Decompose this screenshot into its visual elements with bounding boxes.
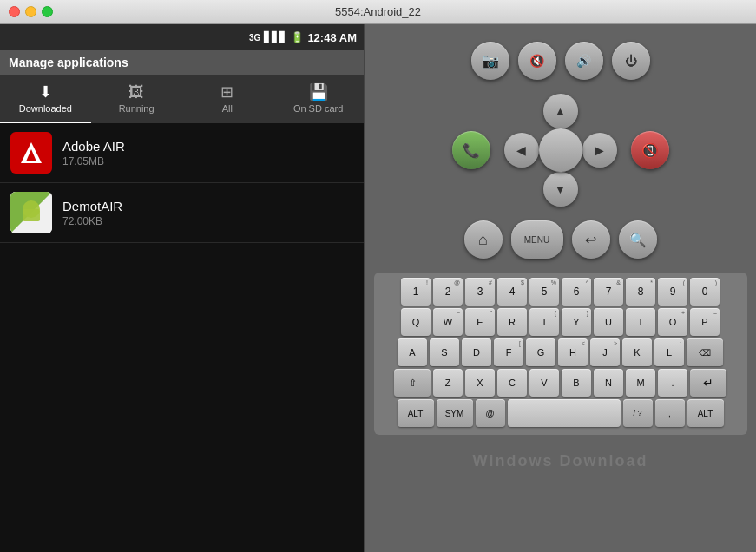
- dpad-down-button[interactable]: ▼: [543, 172, 578, 207]
- key-o[interactable]: +O: [658, 308, 687, 336]
- key-h[interactable]: <H: [558, 338, 588, 366]
- app-info: Adobe AIR 17.05MB: [62, 139, 125, 168]
- key-5[interactable]: %5: [529, 278, 559, 306]
- key-enter[interactable]: ↵: [690, 369, 726, 397]
- key-k[interactable]: K: [622, 338, 652, 366]
- key-y[interactable]: }Y: [562, 308, 591, 336]
- window-controls: [9, 6, 53, 17]
- tab-downloaded[interactable]: ⬇ Downloaded: [0, 75, 91, 123]
- status-icons: 3G ▋▋▋ 🔋 12:48 AM: [249, 31, 357, 44]
- app-size: 72.00KB: [62, 215, 122, 227]
- key-x[interactable]: X: [465, 369, 495, 397]
- keyboard-row-asdf: A S D [F G <H >J K :L ⌫: [379, 338, 742, 366]
- key-i[interactable]: I: [626, 308, 655, 336]
- key-j[interactable]: >J: [590, 338, 620, 366]
- call-answer-button[interactable]: 📞: [452, 131, 490, 169]
- title-bar: 5554:Android_22: [0, 0, 756, 24]
- tab-sdcard[interactable]: 💾 On SD card: [273, 75, 364, 123]
- key-shift[interactable]: ⇧: [394, 369, 431, 397]
- key-6[interactable]: ^6: [562, 278, 591, 306]
- volume-mute-icon: 🔇: [529, 54, 544, 68]
- key-alt-left[interactable]: ALT: [398, 399, 434, 427]
- key-7[interactable]: &7: [594, 278, 623, 306]
- key-0[interactable]: )0: [690, 278, 720, 306]
- key-s[interactable]: S: [430, 338, 459, 366]
- key-a[interactable]: A: [398, 338, 427, 366]
- key-z[interactable]: Z: [433, 369, 463, 397]
- power-icon: ⏻: [625, 54, 637, 68]
- key-sym[interactable]: SYM: [437, 399, 473, 427]
- android-screen: 3G ▋▋▋ 🔋 12:48 AM Manage applications ⬇ …: [0, 24, 365, 552]
- key-w[interactable]: ~W: [433, 308, 463, 336]
- search-button[interactable]: 🔍: [619, 220, 657, 259]
- key-3[interactable]: #3: [465, 278, 495, 306]
- close-button[interactable]: [9, 6, 20, 17]
- android-appbar: Manage applications: [0, 50, 364, 75]
- back-button[interactable]: ↩: [572, 220, 610, 259]
- signal-bars-icon: ▋▋▋: [264, 31, 287, 43]
- key-9[interactable]: (9: [658, 278, 687, 306]
- key-r[interactable]: R: [497, 308, 527, 336]
- key-q[interactable]: Q: [401, 308, 431, 336]
- tab-running[interactable]: 🖼 Running: [91, 75, 182, 123]
- key-p[interactable]: =P: [690, 308, 720, 336]
- maximize-button[interactable]: [42, 6, 53, 17]
- back-icon: ↩: [585, 232, 596, 248]
- key-n[interactable]: N: [594, 369, 623, 397]
- svg-rect-6: [23, 209, 40, 221]
- key-t[interactable]: {T: [529, 308, 559, 336]
- home-icon: ⌂: [478, 231, 488, 249]
- call-end-button[interactable]: 📵: [631, 131, 669, 169]
- key-2[interactable]: @2: [433, 278, 463, 306]
- running-tab-icon: 🖼: [128, 83, 144, 102]
- tab-downloaded-label: Downloaded: [19, 103, 72, 114]
- dpad-right-button[interactable]: ▶: [582, 133, 617, 168]
- dpad-center-button[interactable]: [539, 128, 582, 172]
- key-4[interactable]: $4: [497, 278, 527, 306]
- app-name: DemotAIR: [62, 199, 122, 214]
- list-item[interactable]: Adobe AIR 17.05MB: [0, 123, 364, 183]
- key-slash-q[interactable]: / ?: [623, 399, 653, 427]
- key-e[interactable]: "E: [465, 308, 495, 336]
- dpad-up-button[interactable]: ▲: [543, 94, 578, 128]
- volume-up-icon: 🔊: [576, 54, 591, 68]
- key-1[interactable]: !1: [401, 278, 431, 306]
- key-8[interactable]: *8: [626, 278, 655, 306]
- controls-panel: 📷 🔇 🔊 ⏻ 📞 ▲ ▼ ◀ ▶: [365, 24, 756, 552]
- dpad-left-button[interactable]: ◀: [504, 133, 539, 168]
- key-b[interactable]: B: [562, 369, 591, 397]
- camera-button[interactable]: 📷: [471, 42, 509, 80]
- watermark: Windows Download: [473, 452, 648, 470]
- key-comma[interactable]: ,: [655, 399, 685, 427]
- volume-up-button[interactable]: 🔊: [565, 42, 603, 80]
- key-f[interactable]: [F: [494, 338, 523, 366]
- tab-all[interactable]: ⊞ All: [182, 75, 273, 123]
- demot-air-icon: [10, 192, 52, 233]
- volume-mute-button[interactable]: 🔇: [518, 42, 556, 80]
- keyboard-row-bottom: ALT SYM @ / ? , ALT: [379, 399, 742, 427]
- key-v[interactable]: V: [529, 369, 559, 397]
- all-tab-icon: ⊞: [220, 82, 233, 102]
- key-period[interactable]: .: [658, 369, 687, 397]
- list-item[interactable]: DemotAIR 72.00KB: [0, 183, 364, 243]
- menu-button[interactable]: MENU: [511, 220, 563, 259]
- key-space[interactable]: [508, 399, 621, 427]
- key-l[interactable]: :L: [654, 338, 684, 366]
- keyboard-row-qwerty: Q ~W "E R {T }Y U I +O =P: [379, 308, 742, 336]
- top-controls-row: 📷 🔇 🔊 ⏻: [471, 42, 650, 80]
- key-m[interactable]: M: [626, 369, 655, 397]
- key-g[interactable]: G: [526, 338, 555, 366]
- signal-3g-icon: 3G: [249, 33, 260, 43]
- battery-icon: 🔋: [291, 31, 304, 43]
- home-button[interactable]: ⌂: [464, 220, 503, 259]
- minimize-button[interactable]: [25, 6, 36, 17]
- key-del[interactable]: ⌫: [687, 338, 723, 366]
- watermark-text2: Download: [559, 452, 648, 470]
- search-icon: 🔍: [629, 232, 647, 248]
- key-c[interactable]: C: [497, 369, 527, 397]
- key-at[interactable]: @: [476, 399, 505, 427]
- power-button[interactable]: ⏻: [612, 42, 650, 80]
- key-d[interactable]: D: [462, 338, 491, 366]
- key-u[interactable]: U: [594, 308, 623, 336]
- key-alt-right[interactable]: ALT: [687, 399, 724, 427]
